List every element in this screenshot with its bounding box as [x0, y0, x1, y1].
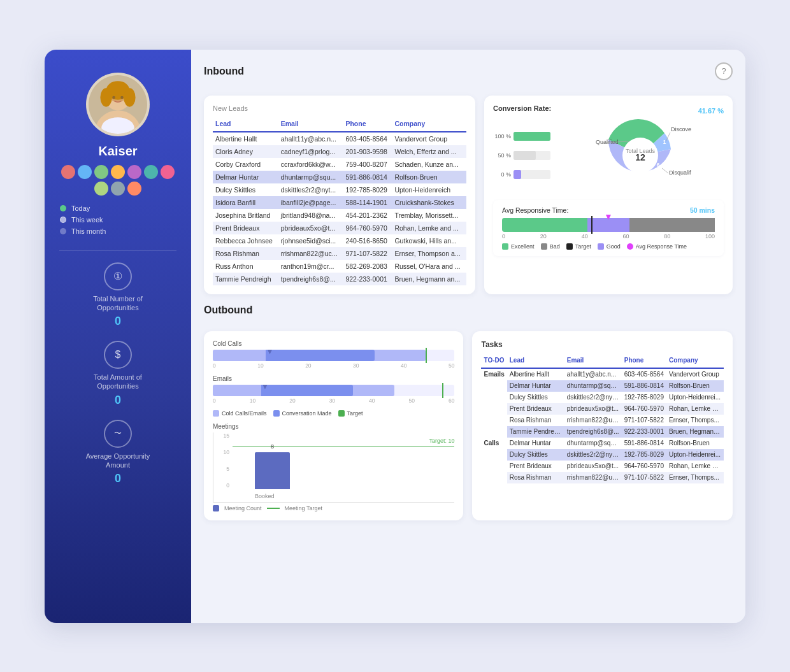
tasks-col-company: Company [666, 354, 724, 368]
leads-table-row[interactable]: Delmar Huntar dhuntarmp@squ... 591-886-0… [213, 171, 466, 183]
sidebar: Kaiser Today This week This [45, 50, 191, 623]
lead-company: Vandervort Group [392, 132, 466, 145]
tasks-col-phone: Phone [622, 354, 666, 368]
filter-dot-month [60, 228, 66, 234]
main-content: Inbound ? New Leads Lead Email Phone Com… [191, 50, 745, 623]
svg-point-4 [100, 88, 111, 106]
svg-text:Disqualified: Disqualified [669, 169, 691, 176]
leads-table-row[interactable]: Josephina Britland jbritland948@na... 45… [213, 209, 466, 222]
legend-bad: Bad [541, 243, 560, 250]
leads-table-row[interactable]: Rosa Rishman rrishman822@uc... 971-107-5… [213, 247, 466, 260]
cold-calls-marker: ▼ [266, 347, 273, 356]
task-phone: 591-886-0814 [622, 380, 666, 392]
filter-month[interactable]: This month [60, 227, 176, 235]
inbound-title: Inbound [204, 66, 244, 77]
lead-phone: 201-903-9598 [343, 145, 392, 158]
lead-name: Corby Craxford [213, 158, 278, 171]
task-company: Rolfson-Bruen [666, 438, 724, 449]
lead-email: cadneyf1@prlog... [278, 145, 343, 158]
filter-today[interactable]: Today [60, 204, 176, 212]
legend-cold-calls-emails: Cold Calls/Emails [213, 410, 267, 417]
filter-week[interactable]: This week [60, 216, 176, 224]
svg-text:6: 6 [657, 162, 660, 168]
legend-target: Target [566, 243, 591, 250]
tasks-col-email: Email [564, 354, 622, 368]
leads-table-row[interactable]: Prent Brideaux pbrideaux5xo@t... 964-760… [213, 222, 466, 234]
tasks-table-row[interactable]: Rosa Rishman rrishman822@uc... 971-107-5… [481, 415, 724, 426]
legend-target-outbound: Target [338, 410, 363, 417]
new-leads-subtitle: New Leads [213, 104, 466, 112]
lead-name: Cloris Adney [213, 145, 278, 158]
svg-text:12: 12 [635, 152, 645, 162]
conv-bar-50: 50 % [493, 151, 550, 160]
lead-phone: 971-107-5822 [343, 247, 392, 260]
leads-table-row[interactable]: Isidora Banfill ibanfill2je@page... 588-… [213, 196, 466, 209]
lead-name: Josephina Britland [213, 209, 278, 222]
lead-company: Russel, O'Hara and ... [392, 260, 466, 273]
task-lead: Rosa Rishman [507, 472, 564, 483]
lead-email: jbritland948@na... [278, 209, 343, 222]
tasks-table-row[interactable]: Dulcy Skittles dskittles2r2@nyt... 192-7… [481, 392, 724, 403]
amount-value: 0 [115, 394, 121, 407]
tasks-table-row[interactable]: Rosa Rishman rrishman822@uc... 971-107-5… [481, 472, 724, 483]
leads-table: Lead Email Phone Company Albertine Hallt… [213, 117, 466, 285]
resp-bar: ▼ [502, 218, 715, 232]
help-button[interactable]: ? [715, 62, 733, 80]
tasks-table-row[interactable]: Tammie Pendreigh tpendreigh6s8@... 922-2… [481, 426, 724, 438]
team-avatar [144, 165, 158, 179]
new-leads-card: New Leads Lead Email Phone Company Alber… [204, 96, 475, 294]
todo-section-label: Calls [481, 438, 506, 483]
svg-text:1: 1 [663, 139, 666, 145]
leads-table-row[interactable]: Albertine Hallt ahallt11y@abc.n... 603-4… [213, 132, 466, 145]
tasks-table-row[interactable]: Calls Delmar Huntar dhuntarmp@squ... 591… [481, 438, 724, 449]
amount-label: Total Amount ofOpportunities [94, 373, 142, 391]
leads-table-row[interactable]: Cloris Adney cadneyf1@prlog... 201-903-9… [213, 145, 466, 158]
inbound-header: Inbound ? [204, 62, 733, 80]
tasks-table-row[interactable]: Prent Brideaux pbrideaux5xo@t... 964-760… [481, 461, 724, 472]
lead-phone: 192-785-8029 [343, 183, 392, 196]
meetings-section: Meetings 15 10 5 0 Target: 10 [213, 423, 454, 511]
meetings-x-label: Booked [255, 493, 275, 499]
outbound-row: Cold Calls ▼ 0 10 20 30 [204, 331, 733, 520]
resp-target-marker [591, 216, 592, 234]
tasks-table-row[interactable]: Prent Brideaux pbrideaux5xo@t... 964-760… [481, 403, 724, 415]
leads-table-row[interactable]: Russ Anthon ranthon19m@cr... 582-269-208… [213, 260, 466, 273]
conversion-card: Conversion Rate: 41.67 % 100 % [484, 96, 733, 294]
leads-table-row[interactable]: Corby Craxford ccraxford6kk@w... 759-400… [213, 158, 466, 171]
legend-excellent: Excellent [502, 243, 535, 250]
leads-table-row[interactable]: Rebbecca Johnsee rjohnsee5id@sci... 240-… [213, 234, 466, 247]
inbound-row: New Leads Lead Email Phone Company Alber… [204, 96, 733, 294]
col-lead: Lead [213, 117, 278, 132]
task-email: tpendreigh6s8@... [564, 426, 622, 438]
filter-dot-week [60, 217, 66, 223]
meetings-target-label: Target: 10 [429, 438, 454, 444]
leads-table-row[interactable]: Dulcy Skittles dskittles2r2@nyt... 192-7… [213, 183, 466, 196]
tasks-table-row[interactable]: Emails Albertine Hallt ahallt1y@abc.n...… [481, 368, 724, 380]
tasks-table-row[interactable]: Delmar Huntar dhuntarmp@squ... 591-886-0… [481, 380, 724, 392]
lead-phone: 454-201-2362 [343, 209, 392, 222]
leads-table-row[interactable]: Tammie Pendreigh tpendreigh6s8@... 922-2… [213, 273, 466, 285]
tasks-col-todo: TO-DO [481, 354, 506, 368]
avg-resp-value: 50 mins [690, 206, 715, 214]
outbound-header: Outbound [204, 304, 733, 316]
tasks-col-lead: Lead [507, 354, 564, 368]
svg-text:5: 5 [628, 141, 631, 148]
lead-phone: 922-233-0001 [343, 273, 392, 285]
lead-phone: 240-516-8650 [343, 234, 392, 247]
lead-email: ahallt11y@abc.n... [278, 132, 343, 145]
tasks-table-row[interactable]: Dulcy Skittles dskittles2r2@nyt... 192-7… [481, 449, 724, 461]
conversion-title: Conversion Rate: [493, 104, 551, 112]
team-avatar [78, 165, 92, 179]
lead-email: dhuntarmp@squ... [278, 171, 343, 183]
lead-company: Tremblay, Morissett... [392, 209, 466, 222]
outbound-legend: Cold Calls/Emails Conversation Made Targ… [213, 410, 454, 417]
task-company: Rolfson-Bruen [666, 380, 724, 392]
lead-email: pbrideaux5xo@t... [278, 222, 343, 234]
task-phone: 603-405-8564 [622, 368, 666, 380]
lead-name: Prent Brideaux [213, 222, 278, 234]
task-email: pbrideaux5xo@t... [564, 461, 622, 472]
lead-name: Albertine Hallt [213, 132, 278, 145]
col-phone: Phone [343, 117, 392, 132]
task-lead: Delmar Huntar [507, 380, 564, 392]
task-company: Rohan, Lemke an... [666, 461, 724, 472]
